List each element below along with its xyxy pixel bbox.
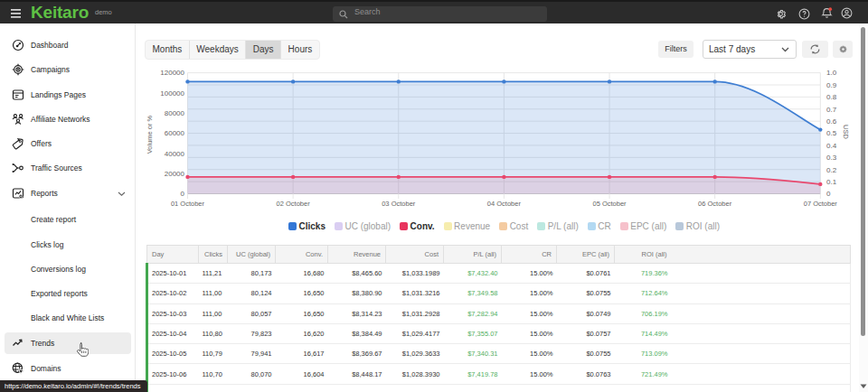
svg-text:06 October: 06 October: [698, 200, 732, 208]
svg-text:07 October: 07 October: [804, 200, 838, 208]
svg-text:120000: 120000: [160, 69, 184, 77]
svg-text:05 October: 05 October: [592, 200, 627, 208]
svg-text:0.2: 0.2: [826, 166, 837, 174]
svg-text:0.8: 0.8: [826, 93, 837, 101]
svg-text:1.0: 1.0: [826, 69, 837, 77]
svg-text:0.5: 0.5: [826, 129, 837, 137]
svg-text:0.4: 0.4: [826, 142, 837, 150]
svg-text:20000: 20000: [165, 170, 185, 178]
svg-text:0.9: 0.9: [826, 81, 837, 89]
svg-text:0.7: 0.7: [826, 106, 837, 114]
svg-text:100000: 100000: [160, 89, 184, 98]
svg-text:0: 0: [181, 190, 185, 198]
svg-text:0.3: 0.3: [826, 154, 837, 162]
svg-text:03 October: 03 October: [382, 200, 416, 208]
svg-text:Volume or %: Volume or %: [146, 115, 154, 154]
svg-text:40000: 40000: [165, 150, 185, 158]
svg-text:80000: 80000: [165, 109, 185, 117]
svg-text:60000: 60000: [165, 129, 185, 137]
svg-text:04 October: 04 October: [487, 200, 522, 208]
svg-text:0: 0: [826, 190, 831, 198]
svg-text:USD: USD: [842, 125, 850, 139]
svg-text:01 October: 01 October: [171, 200, 205, 208]
svg-text:0.1: 0.1: [826, 178, 837, 186]
svg-text:02 October: 02 October: [277, 200, 311, 208]
svg-text:0.6: 0.6: [826, 117, 837, 126]
